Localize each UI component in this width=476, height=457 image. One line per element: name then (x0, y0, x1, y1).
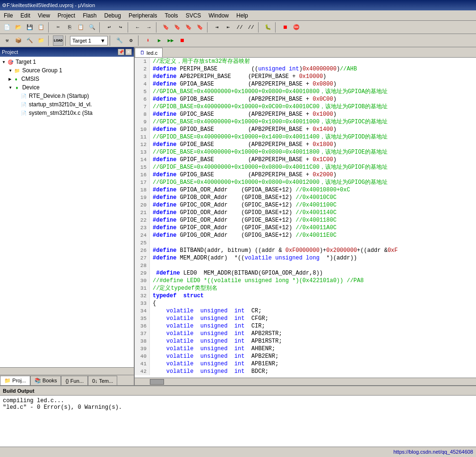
menu-help[interactable]: Help (233, 11, 252, 20)
code-line-4: 4 #define GPIOA_BASE (APB2PERIPH_BASE + … (135, 80, 476, 88)
menu-project[interactable]: Project (54, 11, 79, 20)
project-panel: Project 📌 ✕ ▼ 🎯 Target 1 ▼ 📁 Source Grou… (0, 47, 135, 385)
menu-view[interactable]: View (34, 11, 54, 20)
panel-float-btn[interactable]: 📌 (118, 49, 124, 55)
tool-btn1[interactable]: 🔧 (114, 35, 125, 46)
load-btn[interactable]: LOAD (53, 35, 63, 46)
tool-btn2[interactable]: ⚙ (126, 35, 136, 46)
bookmark4-button[interactable]: 🔖 (195, 22, 205, 33)
expander-target1[interactable]: ▼ (2, 60, 6, 64)
bookmark2-button[interactable]: 🔖 (172, 22, 182, 33)
tab-file-icon: 🗒 (140, 50, 145, 55)
build-target-btn[interactable]: ⚒ (2, 35, 12, 46)
expander-device[interactable]: ▼ (9, 86, 12, 90)
menu-svcs[interactable]: SVCS (182, 11, 205, 20)
menu-debug[interactable]: Debug (101, 11, 125, 20)
diamond-icon: ♦ (12, 75, 20, 83)
menu-bar: File Edit View Project Flash Debug Perip… (0, 10, 476, 21)
tab-functions[interactable]: {} Fun... (61, 376, 88, 385)
build-btn3[interactable]: 🔨 (25, 35, 35, 46)
copy-button[interactable]: ⎘ (64, 22, 75, 33)
code-line-17: 17 //GPIOG_BASE=0x40000000+0x10000+0x080… (135, 179, 476, 186)
new-button[interactable]: 📄 (2, 22, 12, 33)
code-line-5: 5 //GPIOA_BASE=0x40000000+0x10000+0x0800… (135, 88, 476, 95)
error-button[interactable]: ⛔ (291, 22, 302, 33)
code-line-18: 18 #define GPIOA_ODR_Addr (GPIOA_BASE+12… (135, 186, 476, 194)
sep2 (99, 22, 102, 33)
tree-item-device[interactable]: ▼ ♦ Device (1, 83, 133, 92)
target-icon: 🎯 (7, 58, 14, 66)
sep10 (110, 35, 113, 46)
code-line-40: 40 volatile unsigned int APB2ENR; (135, 353, 476, 360)
code-hscroll[interactable] (135, 378, 476, 385)
menu-tools[interactable]: Tools (161, 11, 182, 20)
code-line-37: 37 volatile unsigned int APB2RSTR; (135, 330, 476, 337)
menu-file[interactable]: File (0, 11, 17, 20)
tab-led-c[interactable]: 🗒 led.c (135, 48, 163, 57)
code-line-38: 38 volatile unsigned int APB1RSTR; (135, 337, 476, 345)
back-button[interactable]: ← (132, 22, 143, 33)
code-line-31: 31 //定义typedef类型别名 (135, 285, 476, 292)
project-panel-hscroll[interactable] (0, 367, 134, 375)
code-line-6: 6 #define GPIOB_BASE (APB2PERIPH_BASE + … (135, 95, 476, 103)
code-line-24: 24 #define GPIOG_ODR_Addr (GPIOG_BASE+12… (135, 232, 476, 239)
flash-btn[interactable]: ▶ (154, 35, 164, 46)
build-btn2[interactable]: 📦 (13, 35, 24, 46)
uncomment-button[interactable]: // (246, 22, 256, 33)
code-line-12: 12 #define GPIOE_BASE (APB2PERIPH_BASE +… (135, 141, 476, 148)
tree-item-cmsis[interactable]: ▶ ♦ CMSIS (1, 75, 133, 83)
tree-item-rte-device[interactable]: ▶ 📄 RTE_Device.h (Startup) (1, 92, 133, 100)
outdent-button[interactable]: ⇤ (223, 22, 234, 33)
code-line-26: 26 #define BITBAND(addr, bitnum) ((addr … (135, 247, 476, 254)
save-button[interactable]: 💾 (25, 22, 35, 33)
open-button[interactable]: 📂 (13, 22, 24, 33)
menu-edit[interactable]: Edit (17, 11, 34, 20)
code-line-20: 20 #define GPIOC_ODR_Addr (GPIOC_BASE+12… (135, 201, 476, 209)
title-bar: ⚙ F:\keiltest\keil5\led\led.uvproj - µVi… (0, 0, 476, 10)
menu-window[interactable]: Window (205, 11, 233, 20)
tree-item-target1[interactable]: ▼ 🎯 Target 1 (1, 58, 133, 66)
tree-item-system[interactable]: ▶ 📄 system_stm32f10x.c (Sta (1, 109, 133, 117)
tree-item-startup[interactable]: ▶ 📄 startup_stm32f10x_ld_vl. (1, 100, 133, 109)
build-btn4[interactable]: 📁 (36, 35, 46, 46)
stop2-btn[interactable]: ⏹ (177, 35, 187, 46)
stop-button[interactable]: ⏹ (280, 22, 290, 33)
tab-project[interactable]: 📁 Proj... (0, 376, 30, 385)
panel-close-btn[interactable]: ✕ (125, 49, 132, 55)
fwd-button[interactable]: → (144, 22, 154, 33)
download-btn[interactable]: ⬇ (143, 35, 153, 46)
code-line-2: 2 #define PERIPH_BASE ((unsigned int)0x4… (135, 65, 476, 73)
build-output-content: compiling led.c... "led.c" - 0 Error(s),… (0, 396, 476, 448)
code-line-14: 14 #define GPIOF_BASE (APB2PERIPH_BASE +… (135, 156, 476, 164)
redo-button[interactable]: ↪ (115, 22, 126, 33)
bookmark3-button[interactable]: 🔖 (183, 22, 194, 33)
menu-peripherals[interactable]: Peripherals (125, 11, 161, 20)
startup-label: startup_stm32f10x_ld_vl. (29, 101, 92, 108)
status-right: https://blog.csdn.net/qq_45264608 (393, 449, 473, 455)
tree-item-source-group1[interactable]: ▼ 📁 Source Group 1 (1, 66, 133, 75)
code-line-33: 33 { (135, 300, 476, 307)
indent-button[interactable]: ⇥ (212, 22, 222, 33)
project-panel-title: Project (2, 49, 18, 55)
save-all-button[interactable]: 📋 (36, 22, 46, 33)
paste-button[interactable]: 📋 (76, 22, 86, 33)
source-group1-label: Source Group 1 (22, 67, 62, 74)
comment-button[interactable]: // (234, 22, 245, 33)
cut-button[interactable]: ✂ (53, 22, 63, 33)
expander-cmsis[interactable]: ▶ (9, 77, 11, 81)
find-button[interactable]: 🔍 (87, 22, 97, 33)
menu-flash[interactable]: Flash (79, 11, 100, 20)
code-editor[interactable]: 1 //宏定义，用于存放stm32寄存器映射 2 #define PERIPH_… (135, 58, 476, 378)
target-dropdown[interactable]: Target 1 ▼ (70, 36, 108, 45)
debug-button[interactable]: 🐛 (263, 22, 273, 33)
bookmark-button[interactable]: 🔖 (161, 22, 171, 33)
hscroll-thumb[interactable] (150, 379, 164, 385)
file-icon-rte: 📄 (20, 92, 27, 100)
expander-source-group1[interactable]: ▼ (9, 69, 12, 73)
code-line-28: 28 (135, 262, 476, 269)
undo-button[interactable]: ↩ (104, 22, 114, 33)
tab-templates[interactable]: 0↓ Tem... (88, 376, 117, 385)
folder-icon: 📁 (13, 67, 21, 74)
tab-books[interactable]: 📚 Books (30, 376, 61, 385)
run-btn[interactable]: ▶▶ (165, 35, 176, 46)
